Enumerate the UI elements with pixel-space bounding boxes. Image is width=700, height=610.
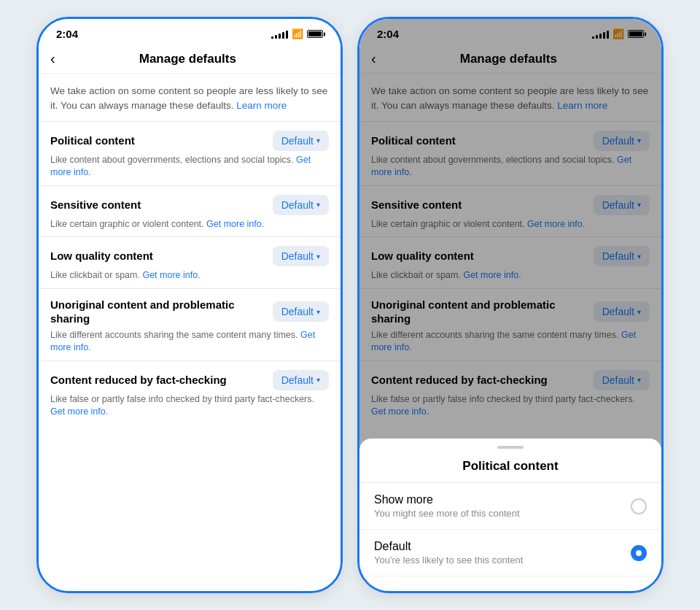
option-desc-default: You're less likely to see this content bbox=[374, 555, 523, 565]
sheet-option-show-more[interactable]: Show more You might see more of this con… bbox=[359, 483, 661, 530]
setting-label-political-left: Political content bbox=[50, 134, 273, 148]
option-desc-show-more: You might see more of this content bbox=[374, 508, 520, 519]
setting-desc-political-left: Like content about governments, election… bbox=[50, 154, 329, 179]
option-label-default: Default bbox=[374, 540, 523, 553]
sheet-option-default[interactable]: Default You're less likely to see this c… bbox=[359, 530, 661, 576]
default-btn-factcheck-left[interactable]: Default ▾ bbox=[273, 370, 329, 390]
get-more-factcheck-left[interactable]: Get more info. bbox=[50, 406, 108, 417]
get-more-sensitive-left[interactable]: Get more info. bbox=[206, 219, 264, 229]
chevron-unoriginal-left: ▾ bbox=[316, 308, 320, 316]
bottom-sheet: Political content Show more You might se… bbox=[359, 439, 661, 591]
get-more-unoriginal-left[interactable]: Get more info. bbox=[50, 330, 315, 353]
chevron-factcheck-left: ▾ bbox=[316, 376, 320, 384]
time-left: 2:04 bbox=[56, 28, 78, 40]
sheet-title: Political content bbox=[359, 459, 661, 483]
page-title-left: Manage defaults bbox=[64, 52, 311, 66]
radio-show-more[interactable] bbox=[631, 498, 647, 514]
get-more-lowquality-left[interactable]: Get more info. bbox=[142, 270, 200, 280]
default-btn-unoriginal-left[interactable]: Default ▾ bbox=[273, 301, 329, 322]
chevron-lowquality-left: ▾ bbox=[316, 252, 320, 260]
setting-desc-factcheck-left: Like false or partly false info checked … bbox=[50, 393, 329, 419]
default-btn-sensitive-left[interactable]: Default ▾ bbox=[273, 195, 329, 215]
chevron-sensitive-left: ▾ bbox=[316, 201, 320, 209]
setting-desc-sensitive-left: Like certain graphic or violent content.… bbox=[50, 218, 329, 231]
radio-inner-default bbox=[636, 550, 642, 556]
content-area-left: We take action on some content so people… bbox=[39, 74, 341, 591]
nav-bar-left: ‹ Manage defaults bbox=[39, 45, 341, 74]
back-button-left[interactable]: ‹ bbox=[50, 50, 55, 67]
setting-label-unoriginal-left: Unoriginal content and problematic shari… bbox=[50, 298, 273, 326]
setting-label-factcheck-left: Content reduced by fact-checking bbox=[50, 373, 273, 387]
setting-political-left: Political content Default ▾ Like content… bbox=[39, 121, 341, 185]
wifi-icon-left: 📶 bbox=[292, 28, 303, 39]
get-more-political-left[interactable]: Get more info. bbox=[50, 155, 311, 178]
default-btn-political-left[interactable]: Default ▾ bbox=[273, 131, 329, 151]
battery-icon-left bbox=[307, 30, 323, 38]
learn-more-link-left[interactable]: Learn more bbox=[236, 100, 287, 111]
radio-default[interactable] bbox=[631, 545, 647, 561]
status-bar-left: 2:04 📶 bbox=[39, 19, 341, 45]
chevron-political-left: ▾ bbox=[316, 136, 320, 144]
description-left: We take action on some content so people… bbox=[39, 74, 341, 121]
setting-sensitive-left: Sensitive content Default ▾ Like certain… bbox=[39, 185, 341, 237]
setting-label-sensitive-left: Sensitive content bbox=[50, 198, 273, 212]
setting-lowquality-left: Low quality content Default ▾ Like click… bbox=[39, 236, 341, 288]
setting-desc-lowquality-left: Like clickbait or spam. Get more info. bbox=[50, 269, 329, 282]
setting-label-lowquality-left: Low quality content bbox=[50, 249, 273, 263]
sheet-handle bbox=[497, 446, 524, 449]
setting-desc-unoriginal-left: Like different accounts sharing the same… bbox=[50, 329, 329, 355]
right-phone: 2:04 📶 ‹ Manage defaults We take action … bbox=[357, 17, 664, 593]
option-label-show-more: Show more bbox=[374, 493, 520, 506]
status-icons-left: 📶 bbox=[271, 28, 323, 39]
left-phone: 2:04 📶 ‹ Manage defaults We take action … bbox=[36, 17, 343, 593]
setting-factcheck-left: Content reduced by fact-checking Default… bbox=[39, 360, 341, 425]
setting-unoriginal-left: Unoriginal content and problematic shari… bbox=[39, 288, 341, 360]
default-btn-lowquality-left[interactable]: Default ▾ bbox=[273, 246, 329, 266]
signal-icon-left bbox=[271, 30, 288, 39]
